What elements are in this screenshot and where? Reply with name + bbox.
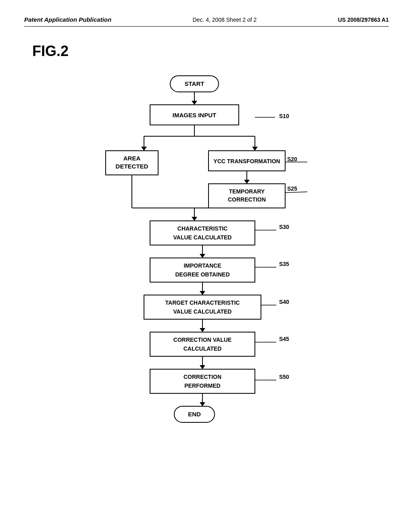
svg-rect-41 bbox=[150, 369, 255, 393]
s40-label: S40 bbox=[279, 299, 289, 305]
flowchart-container: START S10 IMAGES INPUT S15 bbox=[24, 72, 389, 495]
header-patent-number: US 2008/297863 A1 bbox=[338, 17, 389, 23]
target-characteristic-label: TARGET CHARACTERISTIC bbox=[165, 299, 240, 306]
svg-marker-10 bbox=[252, 147, 258, 151]
importance-degree-label2: DEGREE OBTAINED bbox=[175, 271, 229, 278]
s50-label: S50 bbox=[279, 374, 289, 380]
end-label: END bbox=[188, 411, 201, 418]
s30-label: S30 bbox=[279, 224, 289, 230]
svg-rect-29 bbox=[150, 258, 255, 282]
svg-rect-25 bbox=[150, 221, 255, 245]
images-input-label: IMAGES INPUT bbox=[173, 112, 216, 118]
svg-marker-27 bbox=[200, 254, 205, 258]
correction-performed-label: CORRECTION bbox=[184, 374, 221, 380]
correction-value-label: CORRECTION VALUE bbox=[173, 337, 232, 343]
s45-label: S45 bbox=[279, 336, 289, 342]
s10-label: S10 bbox=[279, 113, 289, 119]
temporary-correction-label2: CORRECTION bbox=[228, 196, 266, 203]
svg-marker-8 bbox=[141, 147, 147, 151]
svg-rect-33 bbox=[144, 295, 261, 319]
svg-rect-18 bbox=[209, 184, 285, 208]
importance-degree-label: IMPORTANCE bbox=[184, 262, 221, 269]
svg-marker-39 bbox=[200, 365, 205, 369]
svg-marker-43 bbox=[200, 402, 205, 406]
s20-label: S20 bbox=[287, 156, 297, 162]
svg-marker-16 bbox=[244, 180, 250, 184]
svg-rect-37 bbox=[150, 332, 255, 356]
svg-marker-35 bbox=[200, 328, 205, 332]
characteristic-value-label: CHARACTERISTIC bbox=[177, 225, 227, 232]
figure-label: FIG.2 bbox=[32, 43, 389, 60]
correction-value-label2: CALCULATED bbox=[184, 345, 222, 352]
area-detected-label2: DETECTED bbox=[116, 163, 148, 170]
target-characteristic-label2: VALUE CALCULATED bbox=[173, 308, 232, 315]
svg-line-17 bbox=[284, 192, 307, 193]
temporary-correction-label: TEMPORARY bbox=[229, 188, 265, 195]
ycc-transformation-label: YCC TRANSFORMATION bbox=[213, 158, 280, 164]
correction-performed-label2: PERFORMED bbox=[184, 382, 220, 389]
s25-label: S25 bbox=[287, 185, 297, 192]
svg-marker-23 bbox=[192, 217, 197, 221]
s35-label: S35 bbox=[279, 261, 289, 267]
characteristic-value-label2: VALUE CALCULATED bbox=[173, 234, 232, 241]
start-label: START bbox=[185, 80, 204, 87]
svg-marker-2 bbox=[192, 101, 197, 105]
header-date-sheet: Dec. 4, 2008 Sheet 2 of 2 bbox=[192, 17, 257, 23]
area-detected-label: AREA bbox=[123, 155, 141, 162]
svg-marker-31 bbox=[200, 291, 205, 295]
header-publication-label: Patent Application Publication bbox=[24, 16, 111, 23]
page-header: Patent Application Publication Dec. 4, 2… bbox=[24, 16, 389, 27]
